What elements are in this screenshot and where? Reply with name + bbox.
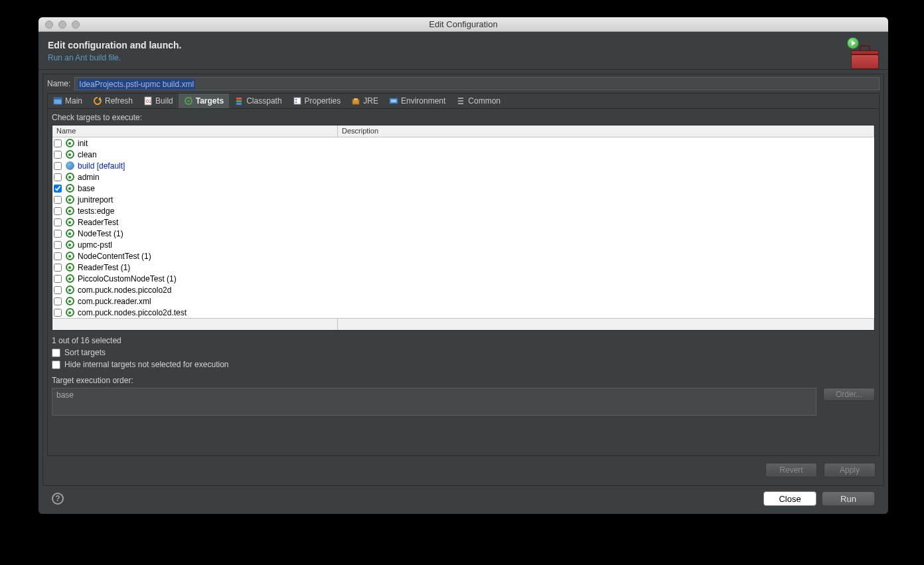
target-checkbox[interactable] <box>54 151 62 159</box>
target-icon <box>66 285 74 294</box>
target-checkbox[interactable] <box>54 275 62 283</box>
target-row[interactable]: com.puck.reader.xml <box>52 295 874 307</box>
sort-targets-checkbox[interactable] <box>52 349 60 357</box>
target-checkbox[interactable] <box>54 173 62 181</box>
run-button[interactable]: Run <box>822 491 875 506</box>
body: Name: IdeaProjects.pstl-upmc build.xml M… <box>38 70 888 514</box>
column-description[interactable]: Description <box>338 125 874 137</box>
target-icon <box>66 173 74 181</box>
target-name: upmc-pstl <box>76 240 112 250</box>
target-row[interactable]: NodeTest (1) <box>52 228 874 239</box>
target-row[interactable]: junitreport <box>52 194 874 205</box>
tab-icon <box>351 96 360 106</box>
tab-jre[interactable]: JRE <box>346 94 384 108</box>
target-checkbox[interactable] <box>54 207 62 215</box>
target-icon <box>66 184 74 193</box>
tab-icon <box>456 96 465 106</box>
name-row: Name: IdeaProjects.pstl-upmc build.xml <box>47 77 880 90</box>
svg-rect-8 <box>236 103 242 105</box>
order-button[interactable]: Order... <box>823 388 875 401</box>
target-row[interactable]: admin <box>52 171 874 183</box>
minimize-window-icon[interactable] <box>58 21 66 29</box>
target-checkbox[interactable] <box>54 230 62 238</box>
close-window-icon[interactable] <box>45 21 53 29</box>
hide-internal-checkbox[interactable] <box>52 361 60 369</box>
tab-properties[interactable]: Properties <box>287 94 346 108</box>
tab-label: Main <box>65 96 82 106</box>
target-checkbox[interactable] <box>54 241 62 249</box>
revert-apply-row: Revert Apply <box>47 456 880 480</box>
target-checkbox[interactable] <box>54 297 62 305</box>
target-checkbox[interactable] <box>54 264 62 272</box>
tab-common[interactable]: Common <box>451 94 506 108</box>
header-subtitle[interactable]: Run an Ant build file. <box>48 53 879 62</box>
svg-point-5 <box>187 100 189 102</box>
apply-button[interactable]: Apply <box>824 463 876 477</box>
order-row: base Order... <box>52 388 875 416</box>
svg-rect-11 <box>295 102 297 103</box>
target-row[interactable]: com.puck.nodes.piccolo2d.test <box>52 307 874 318</box>
hide-internal-label: Hide internal targets not selected for e… <box>64 360 228 369</box>
titlebar: Edit Configuration <box>38 17 888 32</box>
zoom-window-icon[interactable] <box>72 21 80 29</box>
target-row[interactable]: ReaderTest <box>52 216 874 228</box>
tab-icon <box>93 96 102 106</box>
target-name: PiccoloCustomNodeTest (1) <box>76 274 177 283</box>
target-checkbox[interactable] <box>54 185 62 193</box>
tab-targets[interactable]: Targets <box>179 94 229 108</box>
tab-refresh[interactable]: Refresh <box>88 94 138 108</box>
column-name[interactable]: Name <box>52 125 338 137</box>
target-checkbox[interactable] <box>54 252 62 260</box>
target-icon <box>66 229 74 238</box>
tab-label: Properties <box>305 96 341 106</box>
svg-text:01: 01 <box>146 99 151 104</box>
target-icon <box>66 263 74 272</box>
header-title: Edit configuration and launch. <box>48 40 879 50</box>
tab-icon <box>293 96 302 106</box>
target-name: NodeTest (1) <box>76 229 123 238</box>
target-row[interactable]: tests:edge <box>52 205 874 216</box>
target-checkbox[interactable] <box>54 286 62 294</box>
target-row[interactable]: com.puck.nodes.piccolo2d <box>52 284 874 295</box>
target-name: clean <box>76 150 97 159</box>
target-name: tests:edge <box>76 206 114 216</box>
target-checkbox[interactable] <box>54 196 62 204</box>
target-checkbox[interactable] <box>54 162 62 170</box>
footer: ? Close Run <box>42 486 884 514</box>
target-checkbox[interactable] <box>54 218 62 226</box>
target-row[interactable]: PiccoloCustomNodeTest (1) <box>52 273 874 284</box>
target-checkbox[interactable] <box>54 309 62 317</box>
tab-environment[interactable]: Environment <box>384 94 451 108</box>
tab-classpath[interactable]: Classpath <box>229 94 287 108</box>
close-button[interactable]: Close <box>763 491 816 506</box>
target-row[interactable]: NodeContentTest (1) <box>52 250 874 262</box>
tab-main[interactable]: Main <box>48 94 88 108</box>
footer-buttons: Close Run <box>763 491 875 506</box>
target-row[interactable]: init <box>52 137 874 149</box>
window-controls <box>38 21 80 29</box>
tab-build[interactable]: 01Build <box>138 94 179 108</box>
target-icon <box>66 274 74 283</box>
order-textarea[interactable]: base <box>52 388 816 416</box>
revert-button[interactable]: Revert <box>765 463 817 477</box>
svg-rect-18 <box>458 103 463 104</box>
svg-rect-15 <box>391 100 396 102</box>
target-name: init <box>76 139 88 148</box>
header-icon-group <box>847 37 879 69</box>
target-name: base <box>76 184 95 193</box>
tab-icon <box>53 96 62 106</box>
help-icon[interactable]: ? <box>52 493 64 505</box>
target-row[interactable]: build [default] <box>52 160 874 171</box>
sort-targets-option[interactable]: Sort targets <box>52 348 875 357</box>
name-input[interactable]: IdeaProjects.pstl-upmc build.xml <box>74 77 880 90</box>
run-badge-icon <box>847 37 859 49</box>
target-row[interactable]: base <box>52 183 874 194</box>
tab-icon <box>389 96 398 106</box>
target-row[interactable]: ReaderTest (1) <box>52 262 874 273</box>
target-name: junitreport <box>76 195 113 204</box>
hide-internal-option[interactable]: Hide internal targets not selected for e… <box>52 360 875 369</box>
target-row[interactable]: upmc-pstl <box>52 239 874 250</box>
svg-rect-6 <box>236 98 242 100</box>
target-row[interactable]: clean <box>52 149 874 160</box>
target-checkbox[interactable] <box>54 139 62 147</box>
